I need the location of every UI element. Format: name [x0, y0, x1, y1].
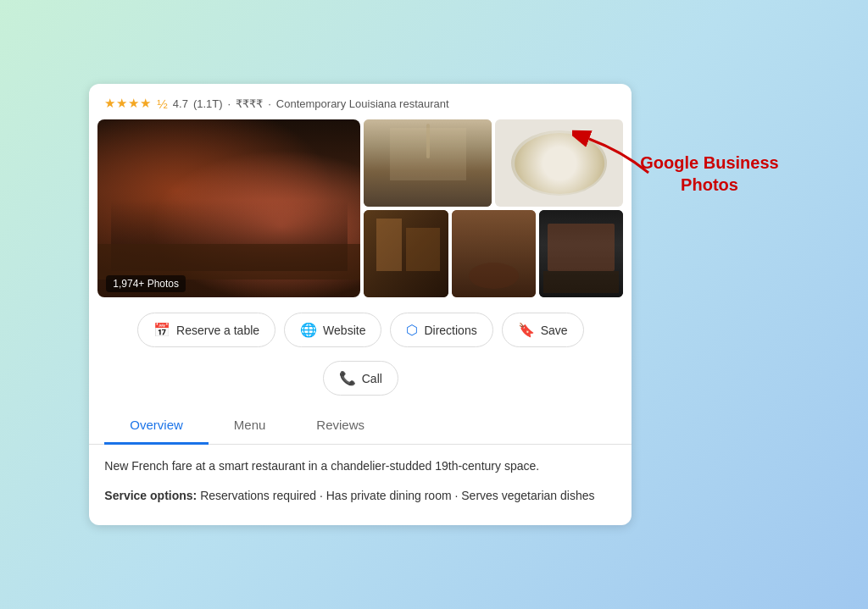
rating-row: ★★★★½ 4.7 (1.1T) · ₹₹₹₹ · Contemporary L… — [89, 84, 632, 119]
separator-dot-2: · — [268, 97, 271, 110]
half-star: ½ — [157, 97, 168, 111]
call-button[interactable]: 📞 Call — [323, 361, 398, 396]
business-card: ★★★★½ 4.7 (1.1T) · ₹₹₹₹ · Contemporary L… — [89, 84, 632, 525]
main-photo[interactable]: 1,974+ Photos — [97, 119, 360, 297]
directions-label: Directions — [424, 324, 476, 337]
tab-reviews[interactable]: Reviews — [291, 407, 390, 445]
call-icon: 📞 — [339, 370, 356, 386]
main-container: ★★★★½ 4.7 (1.1T) · ₹₹₹₹ · Contemporary L… — [89, 84, 778, 525]
review-count: (1.1T) — [193, 97, 223, 110]
directions-icon: ⬡ — [406, 322, 418, 338]
reserve-table-button[interactable]: 📅 Reserve a table — [137, 313, 275, 347]
website-label: Website — [323, 324, 365, 337]
service-options-label: Service options: — [104, 489, 197, 502]
rating-value: 4.7 — [173, 97, 188, 110]
action-buttons-row: 📅 Reserve a table 🌐 Website ⬡ Directions… — [89, 297, 632, 354]
photo-count-badge: 1,974+ Photos — [106, 275, 186, 292]
reserve-icon: 📅 — [153, 322, 170, 338]
tab-overview[interactable]: Overview — [104, 407, 209, 445]
full-stars: ★★★★ — [104, 96, 152, 111]
tabs-row: Overview Menu Reviews — [89, 407, 632, 445]
save-button[interactable]: 🔖 Save — [502, 313, 584, 347]
directions-button[interactable]: ⬡ Directions — [390, 313, 492, 347]
save-label: Save — [541, 324, 568, 337]
business-category: Contemporary Louisiana restaurant — [276, 97, 449, 110]
business-description: New French fare at a smart restaurant in… — [89, 445, 632, 482]
reserve-label: Reserve a table — [176, 324, 259, 337]
separator-dot-1: · — [228, 97, 231, 110]
save-icon: 🔖 — [518, 322, 535, 338]
service-options: Service options: Reservations required ·… — [89, 483, 632, 512]
service-options-text: Reservations required · Has private dini… — [200, 489, 594, 502]
plate-photo[interactable] — [452, 210, 536, 297]
storefront-photo[interactable] — [539, 210, 623, 297]
side-annotation: Google Business Photos — [640, 84, 778, 196]
photo-count-container: 1,974+ Photos — [97, 270, 360, 297]
tab-menu[interactable]: Menu — [209, 407, 292, 445]
google-business-photos-label: Google Business Photos — [640, 152, 778, 196]
dining-room-photo[interactable] — [364, 119, 492, 207]
annotation-arrow — [572, 126, 657, 177]
photo-bottom-row — [364, 210, 623, 297]
call-button-row: 📞 Call — [89, 354, 632, 407]
photos-grid: 1,974+ Photos — [89, 119, 632, 297]
price-level: ₹₹₹₹ — [236, 97, 263, 110]
website-icon: 🌐 — [300, 322, 317, 338]
call-label: Call — [362, 372, 382, 385]
website-button[interactable]: 🌐 Website — [284, 313, 381, 347]
interior-photo[interactable] — [364, 210, 448, 297]
